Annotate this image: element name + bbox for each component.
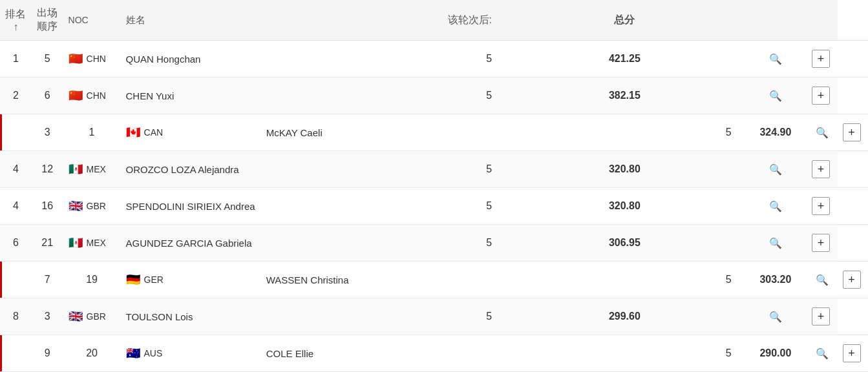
cell-noc: 🇨🇦 CAN — [121, 114, 261, 151]
table-row: 8 3 🇬🇧 GBR TOULSON Lois 5 299.60 🔍 + — [0, 298, 868, 335]
search-icon[interactable]: 🔍 — [769, 238, 782, 249]
cell-noc: 🇨🇳 CHN — [63, 78, 121, 114]
noc-code: GBR — [87, 201, 106, 211]
cell-plus[interactable]: + — [807, 298, 837, 335]
plus-button[interactable]: + — [812, 50, 830, 68]
cell-search[interactable]: 🔍 — [807, 262, 837, 298]
cell-round: 5 — [261, 188, 505, 225]
cell-round: 5 — [261, 41, 505, 78]
cell-search[interactable]: 🔍 — [745, 298, 807, 335]
cell-search[interactable]: 🔍 — [745, 78, 807, 114]
header-plus — [807, 0, 837, 41]
noc-code: CHN — [87, 54, 106, 64]
cell-rank: 2 — [0, 78, 32, 114]
table-row: 2 6 🇨🇳 CHN CHEN Yuxi 5 382.15 🔍 + — [0, 78, 868, 114]
cell-rank: 9 — [32, 335, 63, 372]
cell-search[interactable]: 🔍 — [745, 188, 807, 225]
cell-name: OROZCO LOZA Alejandra — [121, 151, 261, 188]
plus-button[interactable]: + — [812, 160, 830, 178]
plus-button[interactable]: + — [843, 344, 861, 362]
cell-name: CHEN Yuxi — [121, 78, 261, 114]
table-row: 7 19 🇩🇪 GER WASSEN Christina 5 303.20 🔍 … — [0, 262, 868, 298]
plus-button[interactable]: + — [843, 123, 861, 141]
cell-plus[interactable]: + — [807, 78, 837, 114]
cell-search[interactable]: 🔍 — [745, 225, 807, 262]
cell-plus[interactable]: + — [838, 114, 868, 151]
search-icon[interactable]: 🔍 — [769, 90, 782, 101]
cell-rank: 8 — [0, 298, 32, 335]
cell-plus[interactable]: + — [838, 335, 868, 372]
cell-order: 5 — [32, 41, 63, 78]
table-row: 4 16 🇬🇧 GBR SPENDOLINI SIRIEIX Andrea 5 … — [0, 188, 868, 225]
cell-order: 1 — [63, 114, 121, 151]
cell-total: 299.60 — [505, 298, 745, 335]
header-round: 该轮次后: — [261, 0, 505, 41]
cell-plus[interactable]: + — [838, 262, 868, 298]
search-icon[interactable]: 🔍 — [816, 127, 829, 138]
cell-name: QUAN Hongchan — [121, 41, 261, 78]
search-icon[interactable]: 🔍 — [769, 54, 782, 65]
cell-rank: 1 — [0, 41, 32, 78]
table-header-row: 排名 ↑ 出场顺序 NOC 姓名 该轮次后: 总分 — [0, 0, 868, 41]
search-icon[interactable]: 🔍 — [816, 274, 829, 285]
noc-code: AUS — [144, 348, 163, 358]
table-wrapper: 排名 ↑ 出场顺序 NOC 姓名 该轮次后: 总分 — [0, 0, 868, 372]
search-icon[interactable]: 🔍 — [769, 201, 782, 212]
header-total: 总分 — [505, 0, 745, 41]
cell-round: 5 — [505, 262, 745, 298]
search-icon[interactable]: 🔍 — [769, 311, 782, 322]
plus-button[interactable]: + — [812, 197, 830, 215]
cell-plus[interactable]: + — [807, 225, 837, 262]
header-noc: NOC — [63, 0, 121, 41]
cell-total: 421.25 — [505, 41, 745, 78]
cell-name: WASSEN Christina — [261, 262, 505, 298]
table-row: 1 5 🇨🇳 CHN QUAN Hongchan 5 421.25 🔍 + — [0, 41, 868, 78]
plus-button[interactable]: + — [812, 87, 830, 105]
noc-code: MEX — [87, 164, 106, 174]
results-table: 排名 ↑ 出场顺序 NOC 姓名 该轮次后: 总分 — [0, 0, 868, 372]
flag-icon: 🇦🇺 — [126, 346, 140, 360]
cell-name: McKAY Caeli — [261, 114, 505, 151]
noc-code: CHN — [87, 90, 106, 101]
cell-noc: 🇬🇧 GBR — [63, 188, 121, 225]
flag-icon: 🇲🇽 — [69, 236, 83, 250]
cell-noc: 🇦🇺 AUS — [121, 335, 261, 372]
plus-button[interactable]: + — [812, 307, 830, 326]
cell-search[interactable]: 🔍 — [807, 335, 837, 372]
cell-name: COLE Ellie — [261, 335, 505, 372]
cell-noc: 🇩🇪 GER — [121, 262, 261, 298]
search-icon[interactable]: 🔍 — [769, 164, 782, 175]
noc-code: GBR — [87, 311, 106, 322]
cell-round: 5 — [505, 114, 745, 151]
cell-noc: 🇲🇽 MEX — [63, 151, 121, 188]
cell-round: 5 — [261, 151, 505, 188]
cell-total: 303.20 — [745, 262, 807, 298]
header-rank[interactable]: 排名 ↑ — [0, 0, 32, 41]
cell-order: 21 — [32, 225, 63, 262]
plus-button[interactable]: + — [843, 271, 861, 289]
table-row: 4 12 🇲🇽 MEX OROZCO LOZA Alejandra 5 320.… — [0, 151, 868, 188]
cell-rank: 6 — [0, 225, 32, 262]
cell-round: 5 — [505, 335, 745, 372]
cell-plus[interactable]: + — [807, 188, 837, 225]
noc-code: GER — [144, 274, 164, 285]
cell-plus[interactable]: + — [807, 151, 837, 188]
cell-order: 3 — [32, 298, 63, 335]
cell-rank: 4 — [0, 188, 32, 225]
cell-plus[interactable]: + — [807, 41, 837, 78]
flag-icon: 🇩🇪 — [126, 273, 140, 287]
results-table-container: 排名 ↑ 出场顺序 NOC 姓名 该轮次后: 总分 — [0, 0, 868, 372]
cell-order: 16 — [32, 188, 63, 225]
cell-total: 290.00 — [745, 335, 807, 372]
search-icon[interactable]: 🔍 — [816, 348, 829, 359]
flag-icon: 🇬🇧 — [69, 199, 83, 213]
header-order: 出场顺序 — [32, 0, 63, 41]
cell-total: 306.95 — [505, 225, 745, 262]
plus-button[interactable]: + — [812, 234, 830, 252]
cell-name: TOULSON Lois — [121, 298, 261, 335]
cell-order: 19 — [63, 262, 121, 298]
cell-order: 20 — [63, 335, 121, 372]
cell-search[interactable]: 🔍 — [807, 114, 837, 151]
cell-search[interactable]: 🔍 — [745, 151, 807, 188]
cell-search[interactable]: 🔍 — [745, 41, 807, 78]
